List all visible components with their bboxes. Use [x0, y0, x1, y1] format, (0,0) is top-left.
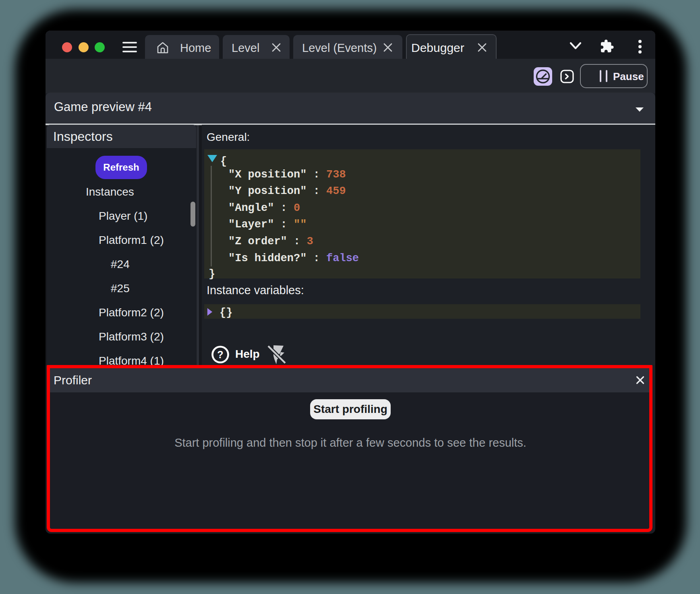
svg-text:?: ? [217, 349, 223, 360]
